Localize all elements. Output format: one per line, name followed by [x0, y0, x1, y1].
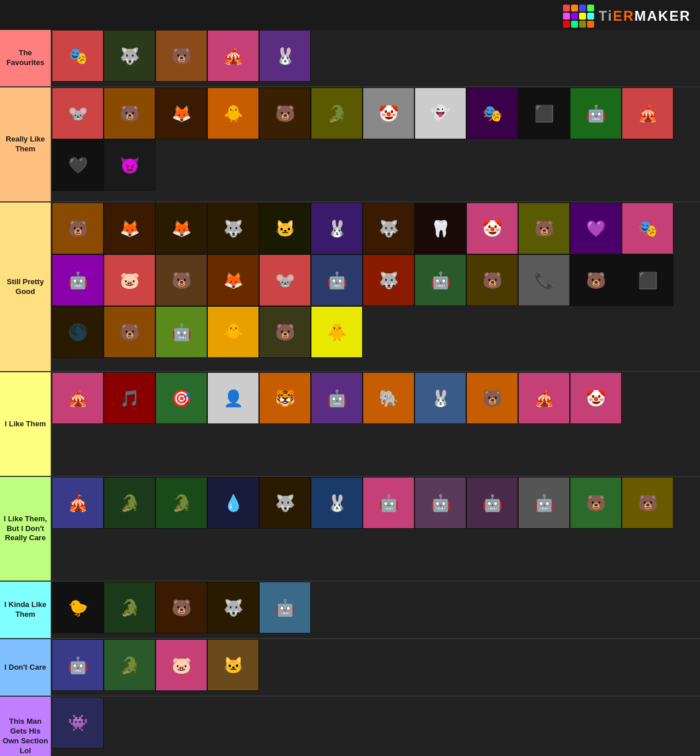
tier-item-b16[interactable]: 🦊: [207, 254, 259, 306]
tier-item-a7[interactable]: 🤡: [363, 87, 414, 139]
tier-item-b20[interactable]: 🤖: [414, 254, 466, 306]
tier-item-c6[interactable]: 🤖: [311, 372, 363, 424]
tier-item-a3[interactable]: 🦊: [155, 87, 207, 139]
tier-item-b27[interactable]: 🤖: [155, 306, 207, 358]
tier-item-c9[interactable]: 🐻: [466, 372, 518, 424]
tier-item-b18[interactable]: 🤖: [311, 254, 363, 306]
tier-item-inner-a3: 🦊: [156, 88, 207, 139]
tier-item-d1[interactable]: 🎪: [52, 477, 104, 529]
tier-item-b11[interactable]: 💜: [570, 203, 622, 254]
tier-item-b12[interactable]: 🎭: [622, 203, 674, 254]
tier-item-b6[interactable]: 🐰: [311, 203, 363, 254]
tier-item-f3[interactable]: 🐷: [155, 639, 207, 691]
tier-item-b28[interactable]: 🐥: [207, 306, 259, 358]
tier-item-b13[interactable]: 🤖: [52, 254, 104, 306]
tier-item-b19[interactable]: 🐺: [363, 254, 414, 306]
tier-item-inner-b17: 🐭: [260, 255, 310, 306]
tier-item-c1[interactable]: 🎪: [52, 372, 104, 424]
tier-item-c10[interactable]: 🎪: [518, 372, 570, 424]
tier-item-a4[interactable]: 🐥: [207, 87, 259, 139]
tier-item-a9[interactable]: 🎭: [466, 87, 518, 139]
tier-row-d: I Like Them, But I Don't Really Care🎪🐊🐊💧…: [0, 477, 700, 582]
tier-item-b10[interactable]: 🐻: [518, 203, 570, 254]
tier-item-f1[interactable]: 🤖: [52, 639, 104, 691]
tier-item-b2[interactable]: 🦊: [104, 203, 155, 254]
tier-item-a8[interactable]: 👻: [414, 87, 466, 139]
tier-item-e5[interactable]: 🤖: [259, 582, 311, 633]
tier-item-a2[interactable]: 🐻: [104, 87, 155, 139]
tier-item-inner-b10: 🐻: [519, 203, 569, 254]
tier-item-s1[interactable]: 🎭: [52, 30, 104, 82]
tier-item-c5[interactable]: 🐯: [259, 372, 311, 424]
tier-item-a6[interactable]: 🐊: [311, 87, 363, 139]
tier-item-d5[interactable]: 🐺: [259, 477, 311, 529]
tier-item-b4[interactable]: 🐺: [207, 203, 259, 254]
tier-item-b14[interactable]: 🐷: [104, 254, 155, 306]
tier-item-a13[interactable]: 🖤: [52, 139, 104, 191]
tier-item-f4[interactable]: 🐱: [207, 639, 259, 691]
tier-item-d10[interactable]: 🤖: [518, 477, 570, 529]
tier-item-a11[interactable]: 🤖: [570, 87, 622, 139]
tier-item-c7[interactable]: 🐘: [363, 372, 414, 424]
tier-item-s3[interactable]: 🐻: [155, 30, 207, 82]
tier-item-d8[interactable]: 🤖: [414, 477, 466, 529]
tier-item-e2[interactable]: 🐊: [104, 582, 155, 633]
tier-items-d: 🎪🐊🐊💧🐺🐰🤖🤖🤖🤖🐻🐻: [52, 477, 700, 581]
tier-item-b3[interactable]: 🦊: [155, 203, 207, 254]
tier-item-d9[interactable]: 🤖: [466, 477, 518, 529]
tier-item-b9[interactable]: 🤡: [466, 203, 518, 254]
tier-item-e4[interactable]: 🐺: [207, 582, 259, 633]
tier-item-c2[interactable]: 🎵: [104, 372, 155, 424]
tier-item-b7[interactable]: 🐺: [363, 203, 414, 254]
tier-item-d6[interactable]: 🐰: [311, 477, 363, 529]
tier-item-s5[interactable]: 🐰: [259, 30, 311, 82]
tier-item-sp1[interactable]: 👾: [52, 697, 104, 749]
tier-item-b23[interactable]: 🐻: [570, 254, 622, 306]
tier-item-c3[interactable]: 🎯: [155, 372, 207, 424]
tier-item-d3[interactable]: 🐊: [155, 477, 207, 529]
tier-label-text-a: Really Like Them: [2, 135, 48, 154]
tier-item-d4[interactable]: 💧: [207, 477, 259, 529]
tier-item-inner-d3: 🐊: [156, 478, 207, 528]
tier-item-inner-c7: 🐘: [363, 373, 414, 423]
tier-item-inner-a12: 🎪: [622, 88, 673, 139]
tier-item-b22[interactable]: 📞: [518, 254, 570, 306]
tier-item-b24[interactable]: ⬛: [622, 254, 674, 306]
tier-item-inner-d7: 🤖: [363, 478, 414, 528]
tier-item-b8[interactable]: 🦷: [414, 203, 466, 254]
tier-item-d11[interactable]: 🐻: [570, 477, 622, 529]
tier-item-e3[interactable]: 🐻: [155, 582, 207, 633]
tier-item-inner-c9: 🐻: [467, 373, 518, 423]
tier-item-b25[interactable]: 🌑: [52, 306, 104, 358]
tier-item-b30[interactable]: 🐥: [311, 306, 363, 358]
tier-item-c11[interactable]: 🤡: [570, 372, 622, 424]
tier-item-b21[interactable]: 🐻: [466, 254, 518, 306]
tier-item-inner-s4: 🎪: [208, 30, 258, 81]
tier-item-b17[interactable]: 🐭: [259, 254, 311, 306]
tier-item-c8[interactable]: 🐰: [414, 372, 466, 424]
tier-item-d12[interactable]: 🐻: [622, 477, 674, 529]
tier-item-b15[interactable]: 🐻: [155, 254, 207, 306]
tier-item-a5[interactable]: 🐻: [259, 87, 311, 139]
tier-item-s4[interactable]: 🎪: [207, 30, 259, 82]
tier-item-a12[interactable]: 🎪: [622, 87, 674, 139]
tier-item-inner-b5: 🐱: [260, 203, 310, 254]
tier-item-b5[interactable]: 🐱: [259, 203, 311, 254]
tiermaker-logo: TiERMAKER: [563, 5, 691, 28]
tier-item-c4[interactable]: 👤: [207, 372, 259, 424]
tier-item-b1[interactable]: 🐻: [52, 203, 104, 254]
tier-row-e: I Kinda Like Them🐤🐊🐻🐺🤖: [0, 582, 700, 639]
tier-item-d2[interactable]: 🐊: [104, 477, 155, 529]
tier-item-d7[interactable]: 🤖: [363, 477, 414, 529]
tier-item-s2[interactable]: 🐺: [104, 30, 155, 82]
tier-item-e1[interactable]: 🐤: [52, 582, 104, 633]
tier-item-inner-b1: 🐻: [52, 203, 103, 254]
tier-item-f2[interactable]: 🐊: [104, 639, 155, 691]
tier-item-inner-d12: 🐻: [622, 478, 673, 528]
tier-item-b29[interactable]: 🐻: [259, 306, 311, 358]
tier-item-a14[interactable]: 😈: [104, 139, 155, 191]
tier-item-inner-b9: 🤡: [467, 203, 518, 254]
tier-item-b26[interactable]: 🐻: [104, 306, 155, 358]
tier-item-a1[interactable]: 🐭: [52, 87, 104, 139]
tier-item-a10[interactable]: ⬛: [518, 87, 570, 139]
